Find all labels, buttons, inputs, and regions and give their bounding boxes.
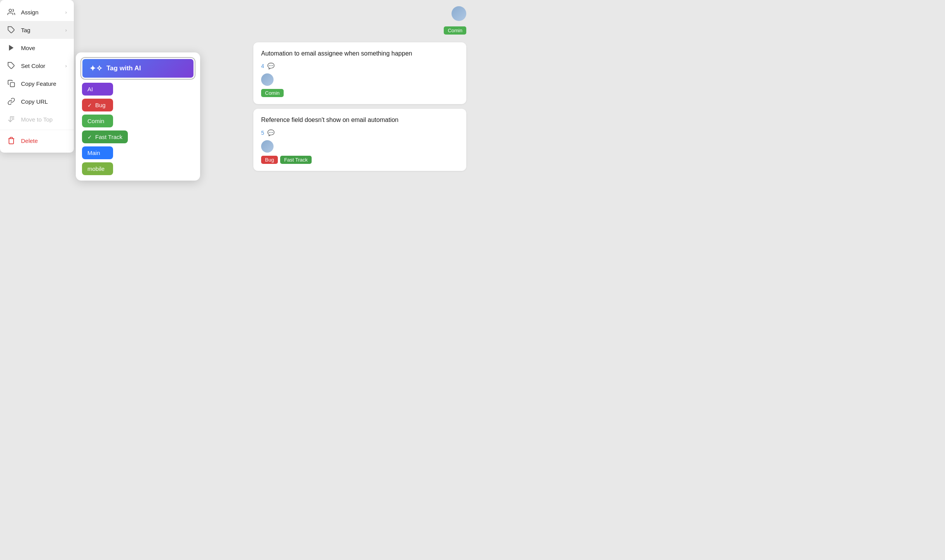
menu-item-copy-url[interactable]: Copy URL <box>0 92 74 110</box>
card1-title: Automation to email assignee when someth… <box>261 49 459 58</box>
move-to-top-label: Move to Top <box>21 116 67 123</box>
menu-item-tag[interactable]: Tag › <box>0 21 74 39</box>
copy-url-label: Copy URL <box>21 98 67 105</box>
tag-list: AI ✓ Bug Comin ✓ Fast Track Main mobile <box>81 83 195 175</box>
tag-with-ai-button[interactable]: ✦✧ Tag with AI <box>81 58 195 79</box>
copy-feature-label: Copy Feature <box>21 80 67 87</box>
card2-title: Reference field doesn't show on email au… <box>261 116 459 124</box>
copy-feature-icon <box>7 79 16 88</box>
card2-comment-count: 5 <box>261 130 264 136</box>
top-comin-badge: Comin <box>444 26 466 35</box>
top-avatar <box>452 6 466 21</box>
mobile-tag-label: mobile <box>87 165 105 172</box>
card1-comment-count: 4 <box>261 63 264 69</box>
ai-star-icon: ✦✧ <box>89 64 103 73</box>
assign-icon <box>7 8 16 16</box>
menu-item-move-to-top[interactable]: Move to Top <box>0 110 74 128</box>
set-color-chevron: › <box>65 63 67 69</box>
tag-with-ai-label: Tag with AI <box>106 64 141 72</box>
copy-url-icon <box>7 97 16 106</box>
card1-comment-icon: 💬 <box>267 63 275 70</box>
tag-label: Tag <box>21 27 60 33</box>
menu-item-delete[interactable]: Delete <box>0 132 74 150</box>
menu-item-copy-feature[interactable]: Copy Feature <box>0 75 74 92</box>
card2-bug-badge: Bug <box>261 156 278 164</box>
svg-marker-2 <box>9 45 14 51</box>
card2-meta: 5 💬 <box>261 129 459 136</box>
tag-item-ai[interactable]: AI <box>82 83 113 96</box>
menu-item-assign[interactable]: Assign › <box>0 3 74 21</box>
card2-comment-icon: 💬 <box>267 129 275 136</box>
card1-comin-badge: Comin <box>261 89 284 97</box>
svg-rect-4 <box>10 83 15 87</box>
tag-icon <box>7 26 16 34</box>
set-color-icon <box>7 61 16 70</box>
fasttrack-tag-label: Fast Track <box>95 134 122 140</box>
tag-submenu: ✦✧ Tag with AI AI ✓ Bug Comin ✓ Fast Tra… <box>76 52 200 181</box>
set-color-label: Set Color <box>21 63 60 69</box>
menu-divider <box>0 130 74 130</box>
move-icon <box>7 43 16 52</box>
bug-check-icon: ✓ <box>87 102 92 108</box>
tag-item-mobile[interactable]: mobile <box>82 162 113 175</box>
main-tag-label: Main <box>87 150 100 156</box>
delete-icon <box>7 136 16 145</box>
comin-tag-label: Comin <box>87 118 104 124</box>
assign-chevron: › <box>65 9 67 15</box>
bug-tag-label: Bug <box>95 102 106 108</box>
card2-fasttrack-badge: Fast Track <box>280 156 312 164</box>
cards-area: Comin Automation to email assignee when … <box>247 0 472 280</box>
tag-item-fasttrack[interactable]: ✓ Fast Track <box>82 130 128 143</box>
move-to-top-icon <box>7 115 16 123</box>
tag-item-comin[interactable]: Comin <box>82 115 113 127</box>
svg-point-0 <box>9 9 12 12</box>
card1-meta: 4 💬 <box>261 63 459 70</box>
context-menu: Assign › Tag › Move Set Color <box>0 0 74 153</box>
move-label: Move <box>21 45 67 51</box>
tag-item-bug[interactable]: ✓ Bug <box>82 99 113 111</box>
feature-card-1: Automation to email assignee when someth… <box>253 42 466 104</box>
fasttrack-check-icon: ✓ <box>87 134 92 140</box>
tag-chevron: › <box>65 27 67 33</box>
tag-item-main[interactable]: Main <box>82 146 113 159</box>
card1-avatar <box>261 73 274 86</box>
ai-tag-label: AI <box>87 86 93 92</box>
delete-label: Delete <box>21 137 67 144</box>
menu-item-set-color[interactable]: Set Color › <box>0 57 74 75</box>
assign-label: Assign <box>21 9 60 16</box>
card2-avatar <box>261 140 274 153</box>
feature-card-2: Reference field doesn't show on email au… <box>253 109 466 170</box>
menu-item-move[interactable]: Move <box>0 39 74 57</box>
